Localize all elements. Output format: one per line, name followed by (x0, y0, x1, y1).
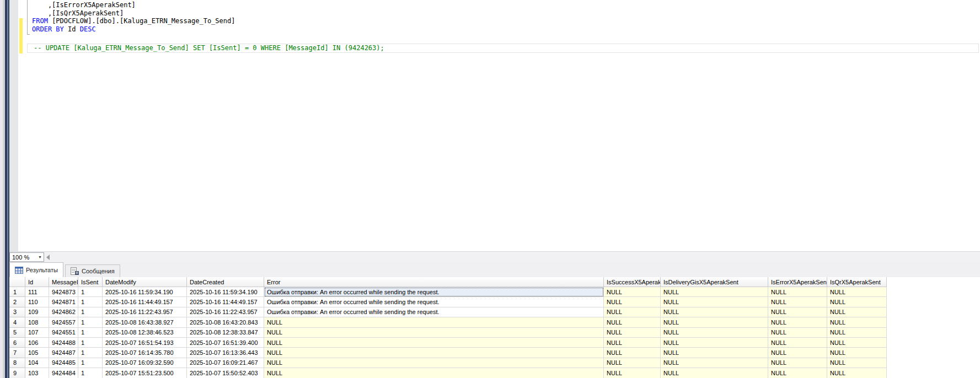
grid-cell[interactable]: 2025-10-07 15:51:23.500 (103, 368, 187, 378)
sql-editor[interactable]: ,[IsErrorX5AperakSent] ,[IsQrX5AperakSen… (9, 0, 980, 251)
grid-cell[interactable]: 2025-10-08 16:43:20.843 (187, 317, 264, 327)
grid-cell[interactable]: 1 (78, 338, 103, 348)
grid-cell[interactable]: NULL (827, 287, 887, 297)
grid-cell[interactable]: NULL (827, 307, 887, 317)
grid-header-cell-Error[interactable]: Error (264, 277, 604, 287)
grid-cell[interactable]: NULL (604, 307, 661, 317)
grid-cell[interactable]: NULL (604, 328, 661, 338)
grid-header-cell-IsDeliveryGisX5AperakSent[interactable]: IsDeliveryGisX5AperakSent (661, 277, 768, 287)
grid-cell[interactable]: Ошибка отправки: An error occurred while… (264, 287, 604, 297)
grid-cell[interactable]: 2025-10-07 16:09:21.467 (187, 358, 264, 368)
grid-cell[interactable]: NULL (768, 348, 827, 358)
grid-cell[interactable]: 9424551 (49, 328, 78, 338)
grid-cell[interactable]: 9424488 (49, 338, 78, 348)
grid-cell[interactable]: 1 (78, 297, 103, 307)
row-number-cell[interactable]: 4 (9, 317, 25, 327)
row-number-cell[interactable]: 2 (9, 297, 25, 307)
grid-cell[interactable]: NULL (827, 328, 887, 338)
grid-cell[interactable]: 2025-10-08 16:43:38.927 (103, 317, 187, 327)
grid-cell[interactable]: 2025-10-07 16:13:36.443 (187, 348, 264, 358)
grid-cell[interactable]: 2025-10-08 12:38:33.847 (187, 328, 264, 338)
row-number-cell[interactable]: 6 (9, 338, 25, 348)
hscroll-left-arrow-icon[interactable] (46, 255, 50, 260)
grid-cell[interactable]: NULL (264, 317, 604, 327)
grid-cell[interactable]: 9424873 (49, 287, 78, 297)
grid-cell[interactable]: NULL (827, 338, 887, 348)
grid-cell[interactable]: 2025-10-07 16:51:39.400 (187, 338, 264, 348)
row-number-cell[interactable]: 5 (9, 328, 25, 338)
grid-cell[interactable]: NULL (264, 368, 604, 378)
grid-cell[interactable]: NULL (827, 348, 887, 358)
grid-cell[interactable]: 1 (78, 307, 103, 317)
grid-cell[interactable]: 9424485 (49, 358, 78, 368)
grid-cell[interactable]: NULL (604, 287, 661, 297)
grid-cell[interactable]: NULL (604, 317, 661, 327)
grid-cell[interactable]: Ошибка отправки: An error occurred while… (264, 307, 604, 317)
grid-cell[interactable]: 109 (25, 307, 49, 317)
grid-header-cell-DateModify[interactable]: DateModify (103, 277, 187, 287)
grid-cell[interactable]: NULL (264, 328, 604, 338)
grid-cell[interactable]: 2025-10-07 16:14:35.780 (103, 348, 187, 358)
grid-cell[interactable]: NULL (768, 307, 827, 317)
grid-cell[interactable]: NULL (264, 358, 604, 368)
grid-cell[interactable]: 2025-10-16 11:59:34.190 (187, 287, 264, 297)
grid-header-cell-IsSuccessX5AperakSent[interactable]: IsSuccessX5AperakSent (604, 277, 661, 287)
grid-cell[interactable]: NULL (661, 368, 768, 378)
grid-cell[interactable]: NULL (768, 368, 827, 378)
grid-cell[interactable]: NULL (661, 307, 768, 317)
row-number-cell[interactable]: 3 (9, 307, 25, 317)
grid-cell[interactable]: 103 (25, 368, 49, 378)
grid-cell[interactable]: NULL (768, 297, 827, 307)
grid-cell[interactable]: NULL (661, 328, 768, 338)
grid-cell[interactable]: 2025-10-16 11:44:49.157 (103, 297, 187, 307)
grid-cell[interactable]: NULL (264, 338, 604, 348)
grid-cell[interactable]: NULL (768, 287, 827, 297)
code-text-area[interactable]: ,[IsErrorX5AperakSent] ,[IsQrX5AperakSen… (32, 1, 980, 53)
grid-cell[interactable]: NULL (661, 297, 768, 307)
grid-cell[interactable]: NULL (827, 368, 887, 378)
grid-header-cell-DateCreated[interactable]: DateCreated (187, 277, 264, 287)
grid-header-cell-Id[interactable]: Id (25, 277, 49, 287)
grid-cell[interactable]: NULL (661, 358, 768, 368)
row-number-cell[interactable]: 8 (9, 358, 25, 368)
grid-cell[interactable]: 1 (78, 317, 103, 327)
grid-cell[interactable]: 1 (78, 358, 103, 368)
grid-header-cell-IsErrorX5AperakSent[interactable]: IsErrorX5AperakSent (768, 277, 827, 287)
grid-cell[interactable]: NULL (264, 348, 604, 358)
grid-cell[interactable]: 2025-10-16 11:22:43.957 (103, 307, 187, 317)
grid-cell[interactable]: 2025-10-07 16:09:32.590 (103, 358, 187, 368)
grid-cell[interactable]: NULL (661, 317, 768, 327)
grid-cell[interactable]: 111 (25, 287, 49, 297)
grid-cell[interactable]: 9424557 (49, 317, 78, 327)
grid-header-cell-IsQrX5AperakSent[interactable]: IsQrX5AperakSent (827, 277, 887, 287)
grid-cell[interactable]: NULL (827, 358, 887, 368)
grid-cell[interactable]: 1 (78, 328, 103, 338)
grid-cell[interactable]: NULL (604, 338, 661, 348)
row-number-cell[interactable]: 9 (9, 368, 25, 378)
grid-cell[interactable]: NULL (604, 348, 661, 358)
grid-cell[interactable]: 105 (25, 348, 49, 358)
grid-header-cell-IsSent[interactable]: IsSent (78, 277, 103, 287)
grid-cell[interactable]: NULL (604, 368, 661, 378)
collapsed-panel-bar[interactable] (5, 0, 9, 378)
grid-cell[interactable]: NULL (661, 287, 768, 297)
grid-cell[interactable]: 9424484 (49, 368, 78, 378)
grid-cell[interactable]: 9424862 (49, 307, 78, 317)
grid-cell[interactable]: NULL (768, 338, 827, 348)
grid-cell[interactable]: NULL (827, 297, 887, 307)
grid-cell[interactable]: Ошибка отправки: An error occurred while… (264, 297, 604, 307)
tab-results[interactable]: Результаты (9, 262, 63, 277)
grid-cell[interactable]: 1 (78, 348, 103, 358)
grid-cell[interactable]: NULL (661, 348, 768, 358)
grid-cell[interactable]: 2025-10-16 11:44:49.157 (187, 297, 264, 307)
grid-cell[interactable]: 110 (25, 297, 49, 307)
grid-cell[interactable]: 1 (78, 368, 103, 378)
grid-cell[interactable]: NULL (604, 297, 661, 307)
grid-corner-cell[interactable] (9, 277, 25, 287)
grid-header-cell-MessageId[interactable]: MessageId (49, 277, 78, 287)
grid-cell[interactable]: 2025-10-08 12:38:46.523 (103, 328, 187, 338)
grid-cell[interactable]: 106 (25, 338, 49, 348)
grid-cell[interactable]: 2025-10-07 16:51:54.193 (103, 338, 187, 348)
tab-messages[interactable]: Сообщения (65, 264, 120, 277)
grid-cell[interactable]: 2025-10-07 15:50:52.403 (187, 368, 264, 378)
